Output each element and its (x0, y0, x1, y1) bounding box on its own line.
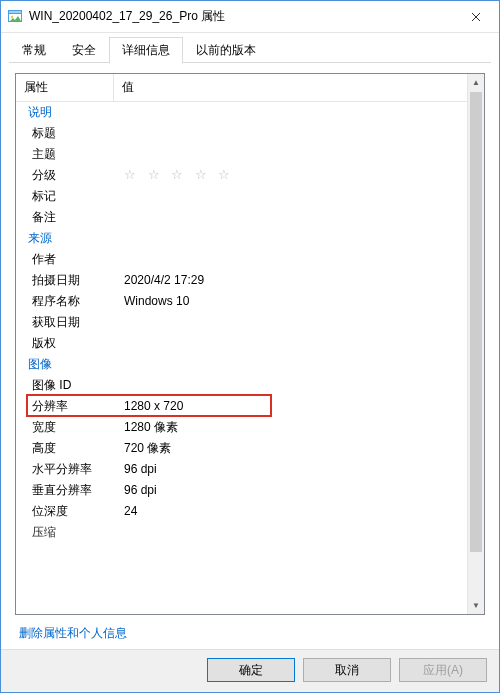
cancel-button[interactable]: 取消 (303, 658, 391, 682)
group-label: 说明 (16, 104, 122, 120)
rows-container: 说明 标题 主题 分级 ☆ ☆ ☆ ☆ ☆ 标记 备注 (16, 101, 467, 614)
cell-label: 宽度 (16, 419, 122, 435)
header-property[interactable]: 属性 (16, 74, 114, 101)
group-label: 来源 (16, 230, 122, 246)
list-header: 属性 值 (16, 74, 484, 102)
row-date-acquired[interactable]: 获取日期 (16, 311, 467, 332)
cell-value: 96 dpi (122, 482, 467, 498)
row-rating[interactable]: 分级 ☆ ☆ ☆ ☆ ☆ (16, 164, 467, 185)
row-compression[interactable]: 压缩 (16, 521, 467, 542)
vertical-scrollbar[interactable]: ▲ ▼ (467, 74, 484, 614)
dialog-button-bar: 确定 取消 应用(A) (1, 649, 499, 692)
cell-value: 96 dpi (122, 461, 467, 477)
cell-label: 标题 (16, 125, 122, 141)
cell-label: 版权 (16, 335, 122, 351)
cell-value (122, 209, 467, 225)
tab-general[interactable]: 常规 (9, 37, 59, 63)
apply-button[interactable]: 应用(A) (399, 658, 487, 682)
cell-value: 2020/4/2 17:29 (122, 272, 467, 288)
tab-security[interactable]: 安全 (59, 37, 109, 63)
cell-value (122, 377, 467, 393)
group-image: 图像 (16, 353, 467, 374)
property-list[interactable]: 属性 值 ▲ ▼ 说明 标题 主题 分级 ☆ ☆ ☆ ☆ ☆ (15, 73, 485, 615)
tab-strip: 常规 安全 详细信息 以前的版本 (1, 33, 499, 63)
cell-value: Windows 10 (122, 293, 467, 309)
row-image-id[interactable]: 图像 ID (16, 374, 467, 395)
row-dimensions[interactable]: 分辨率 1280 x 720 (16, 395, 467, 416)
scroll-thumb[interactable] (470, 92, 482, 552)
cell-value (122, 125, 467, 141)
row-bit-depth[interactable]: 位深度 24 (16, 500, 467, 521)
cell-label: 拍摄日期 (16, 272, 122, 288)
row-horizontal-resolution[interactable]: 水平分辨率 96 dpi (16, 458, 467, 479)
cell-label: 压缩 (16, 524, 122, 540)
cell-label: 垂直分辨率 (16, 482, 122, 498)
cell-value (122, 146, 467, 162)
cell-value: 720 像素 (122, 440, 467, 456)
cell-label: 主题 (16, 146, 122, 162)
svg-point-2 (11, 15, 13, 17)
row-subject[interactable]: 主题 (16, 143, 467, 164)
row-comments[interactable]: 备注 (16, 206, 467, 227)
row-program-name[interactable]: 程序名称 Windows 10 (16, 290, 467, 311)
row-copyright[interactable]: 版权 (16, 332, 467, 353)
titlebar: WIN_20200402_17_29_26_Pro 属性 (1, 1, 499, 33)
window-title: WIN_20200402_17_29_26_Pro 属性 (29, 8, 453, 25)
group-label: 图像 (16, 356, 122, 372)
group-origin: 来源 (16, 227, 467, 248)
cell-value (122, 188, 467, 204)
row-title[interactable]: 标题 (16, 122, 467, 143)
cell-label: 标记 (16, 188, 122, 204)
close-button[interactable] (453, 1, 499, 33)
row-height[interactable]: 高度 720 像素 (16, 437, 467, 458)
tab-details[interactable]: 详细信息 (109, 37, 183, 64)
link-row: 删除属性和个人信息 (15, 615, 485, 650)
svg-rect-1 (9, 10, 22, 13)
cell-label: 图像 ID (16, 377, 122, 393)
cell-label: 获取日期 (16, 314, 122, 330)
row-tags[interactable]: 标记 (16, 185, 467, 206)
cell-label: 高度 (16, 440, 122, 456)
cell-label: 程序名称 (16, 293, 122, 309)
tab-previous-versions[interactable]: 以前的版本 (183, 37, 269, 63)
cell-value: 24 (122, 503, 467, 519)
scroll-up-icon[interactable]: ▲ (468, 74, 484, 91)
cell-value (122, 524, 467, 540)
cell-value: 1280 x 720 (122, 398, 467, 414)
cell-value: 1280 像素 (122, 419, 467, 435)
file-icon (7, 9, 23, 25)
cell-value (122, 335, 467, 351)
cell-value (122, 251, 467, 267)
cell-label: 水平分辨率 (16, 461, 122, 477)
cell-label: 作者 (16, 251, 122, 267)
cell-label: 分级 (16, 167, 122, 183)
row-date-taken[interactable]: 拍摄日期 2020/4/2 17:29 (16, 269, 467, 290)
scroll-down-icon[interactable]: ▼ (468, 597, 484, 614)
row-author[interactable]: 作者 (16, 248, 467, 269)
cell-value (122, 314, 467, 330)
row-vertical-resolution[interactable]: 垂直分辨率 96 dpi (16, 479, 467, 500)
rating-stars-icon[interactable]: ☆ ☆ ☆ ☆ ☆ (122, 167, 467, 183)
cell-label: 备注 (16, 209, 122, 225)
row-width[interactable]: 宽度 1280 像素 (16, 416, 467, 437)
cell-label: 分辨率 (16, 398, 122, 414)
header-value[interactable]: 值 (114, 74, 484, 101)
cell-label: 位深度 (16, 503, 122, 519)
remove-properties-link[interactable]: 删除属性和个人信息 (19, 626, 127, 640)
group-description: 说明 (16, 101, 467, 122)
ok-button[interactable]: 确定 (207, 658, 295, 682)
tab-content: 属性 值 ▲ ▼ 说明 标题 主题 分级 ☆ ☆ ☆ ☆ ☆ (1, 63, 499, 654)
